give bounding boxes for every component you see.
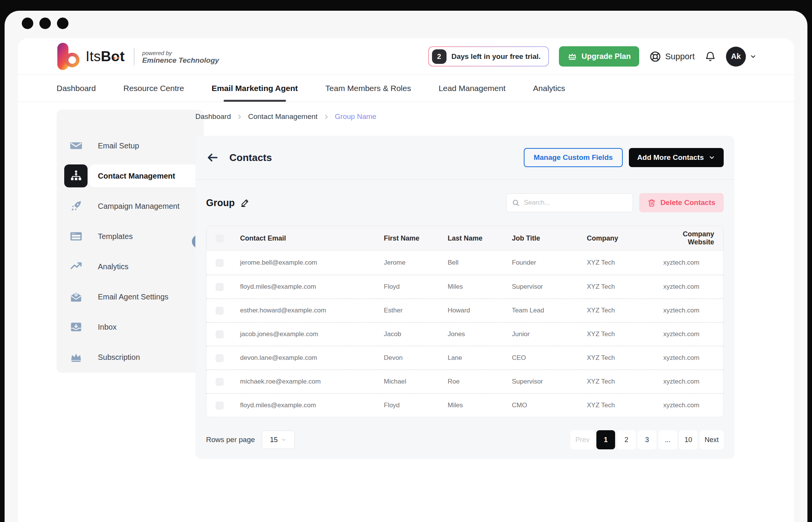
rocket-icon [64,195,88,218]
screenshot-canvas: ItsBot powered by Eminence Technology 2 … [0,0,812,522]
cell-job-title: Supervisor [512,283,587,291]
sidebar-item-inbox[interactable]: Inbox [64,315,198,338]
arrow-left-icon [206,151,219,164]
contacts-panel: Contacts Manage Custom Fields Add More C… [195,136,734,459]
search-input[interactable] [524,199,627,207]
rows-per-page-label: Rows per page [206,436,255,444]
table-row[interactable]: floyd.miles@example.com Floyd Miles Supe… [206,275,723,298]
rows-per-page-select[interactable]: 15 [262,431,295,449]
sidebar-item-analytics[interactable]: Analytics [64,255,198,278]
cell-last-name: Roe [448,378,512,385]
sidebar-item-templates[interactable]: Templates [64,225,198,248]
select-all-checkbox[interactable] [216,234,224,242]
cell-first-name: Jacob [384,330,448,338]
back-button[interactable] [206,151,219,164]
cell-job-title: Supervisor [512,378,587,385]
sidebar-item-label: Templates [98,232,133,241]
window-dot-icon[interactable] [57,18,68,29]
manage-custom-fields-button[interactable]: Manage Custom Fields [524,148,623,167]
row-checkbox[interactable] [216,354,224,362]
support-button[interactable]: Support [649,50,695,63]
tab-resource-centre[interactable]: Resource Centre [123,75,184,102]
cell-first-name: Esther [384,307,448,314]
column-header: Company Website [663,230,714,246]
row-checkbox[interactable] [216,330,224,338]
cell-email: esther.howard@example.com [240,307,384,314]
table-row[interactable]: michaek.roe@example.com Michael Roe Supe… [206,369,723,393]
brand-name-bot: Bot [101,49,125,64]
crown-icon [567,52,577,62]
bell-icon [705,51,716,62]
brand-name-its: Its [86,49,101,64]
page-button-1[interactable]: 1 [596,430,615,449]
tab-email-marketing-agent[interactable]: Email Marketing Agent [211,75,298,102]
page-button-3[interactable]: 3 [638,430,656,449]
next-page-button[interactable]: Next [700,430,724,449]
cell-first-name: Floyd [384,402,448,409]
cell-last-name: Howard [448,307,512,314]
cell-website: xyztech.com [663,354,717,362]
table-row[interactable]: floyd.miles@example.com Floyd Miles CMO … [206,393,723,417]
tab-dashboard[interactable]: Dashboard [57,75,96,102]
inbox-icon [64,315,88,338]
row-checkbox[interactable] [216,307,224,315]
cell-last-name: Miles [448,283,512,291]
window-dot-icon[interactable] [39,18,51,29]
contacts-panel-header: Contacts Manage Custom Fields Add More C… [195,136,734,180]
org-chart-icon [64,164,88,187]
cell-job-title: Junior [512,330,587,338]
template-window-icon [64,225,88,248]
row-checkbox[interactable] [216,283,224,291]
brand-logo: ItsBot powered by Eminence Technology [57,43,219,70]
row-checkbox[interactable] [216,259,224,267]
sidebar-item-subscription[interactable]: Subscription [64,346,198,369]
notifications-button[interactable] [705,51,716,62]
add-more-contacts-button[interactable]: Add More Contacts [629,148,724,167]
tab-analytics[interactable]: Analytics [533,75,565,102]
avatar[interactable]: Ak [726,47,746,67]
contacts-table: Contact Email First Name Last Name Job T… [206,226,724,417]
cell-company: XYZ Tech [587,307,663,314]
crown-icon [64,346,88,369]
pencil-icon [240,198,250,207]
window-dot-icon[interactable] [22,18,33,29]
row-checkbox[interactable] [216,378,224,386]
cell-website: xyztech.com [663,307,717,314]
sidebar-item-campaign-management[interactable]: Campaign Management [64,195,198,218]
pager: Prev 1 2 3 ... 10 Next [570,430,724,449]
table-row[interactable]: esther.howard@example.com Esther Howard … [206,298,723,322]
powered-by-label: powered by [142,50,219,56]
edit-group-button[interactable] [240,198,250,207]
group-title: Group [206,197,235,208]
breadcrumb-dashboard[interactable]: Dashboard [195,112,231,121]
table-row[interactable]: jacob.jones@example.com Jacob Jones Juni… [206,322,723,346]
cell-last-name: Lane [448,354,512,362]
account-menu[interactable]: Ak [726,47,757,67]
cell-website: xyztech.com [663,283,717,291]
cell-email: michaek.roe@example.com [240,378,384,385]
tab-team-members-roles[interactable]: Team Members & Roles [325,75,411,102]
cell-company: XYZ Tech [587,283,663,291]
sidebar-item-email-agent-settings[interactable]: Email Agent Settings [64,285,198,308]
row-checkbox[interactable] [216,402,224,410]
sidebar-item-contact-management[interactable]: Contact Management [64,164,198,187]
page-button-2[interactable]: 2 [617,430,636,449]
table-row[interactable]: devon.lane@example.com Devon Lane CEO XY… [206,346,723,369]
breadcrumb-contact-management[interactable]: Contact Management [248,112,318,121]
tab-lead-management[interactable]: Lead Management [438,75,505,102]
cell-last-name: Miles [448,402,512,409]
upgrade-plan-button[interactable]: Upgrade Plan [559,46,639,67]
support-label: Support [665,52,695,62]
page-button-10[interactable]: 10 [679,430,698,449]
trial-days-badge: 2 [432,49,447,64]
table-row[interactable]: jerome.bell@example.com Jerome Bell Foun… [206,251,723,275]
cell-company: XYZ Tech [587,378,663,385]
column-header: Job Title [512,234,587,242]
sidebar-item-email-setup[interactable]: Email Setup [64,134,198,157]
cell-company: XYZ Tech [587,259,663,267]
page-ellipsis[interactable]: ... [658,430,677,449]
group-toolbar: Group [195,193,734,212]
prev-page-button[interactable]: Prev [570,430,594,449]
robot-eyes-icon [114,57,119,59]
delete-contacts-button[interactable]: Delete Contacts [639,193,724,212]
